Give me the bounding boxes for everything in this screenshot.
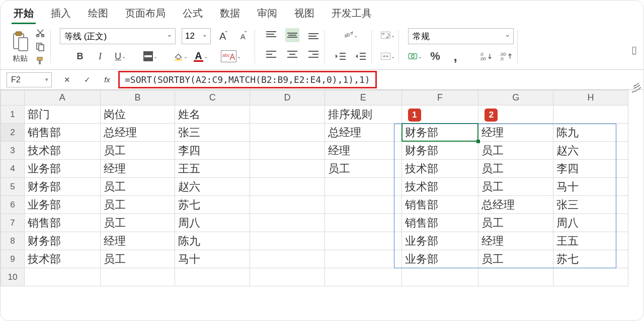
- cell-G9[interactable]: 员工: [478, 250, 553, 268]
- cell-D3[interactable]: [250, 142, 325, 160]
- select-all-corner[interactable]: [1, 90, 25, 105]
- name-box[interactable]: F2 ▾: [7, 72, 52, 87]
- formula-input[interactable]: =SORT(SORTBY(A2:C9,MATCH(B2:B9,E2:E4,0),…: [118, 71, 377, 88]
- cell-C10[interactable]: [175, 268, 250, 286]
- cell-D1[interactable]: [250, 105, 325, 124]
- cell-C2[interactable]: 张三: [175, 124, 250, 142]
- cell-B7[interactable]: 员工: [100, 214, 175, 232]
- cell-G1[interactable]: 2: [478, 105, 553, 124]
- italic-button[interactable]: I: [93, 49, 107, 63]
- cell-H2[interactable]: 陈九: [553, 124, 628, 142]
- align-bottom-button[interactable]: [306, 28, 320, 42]
- cell-A3[interactable]: 技术部: [24, 142, 100, 160]
- cell-F8[interactable]: 业务部: [401, 232, 478, 250]
- row-header-5[interactable]: 5: [1, 178, 25, 196]
- row-header-4[interactable]: 4: [1, 160, 25, 178]
- cell-H5[interactable]: 马十: [553, 178, 628, 196]
- cell-F5[interactable]: 技术部: [401, 178, 478, 196]
- row-header-1[interactable]: 1: [1, 105, 25, 124]
- cell-E7[interactable]: [325, 214, 401, 232]
- align-center-button[interactable]: [285, 47, 299, 61]
- cell-H10[interactable]: [553, 268, 628, 286]
- enter-formula-button[interactable]: ✓: [81, 74, 93, 86]
- decrease-font-button[interactable]: Aˇ: [237, 29, 251, 43]
- currency-button[interactable]: ⌄: [408, 49, 422, 63]
- cell-E3[interactable]: 经理: [325, 142, 401, 160]
- decrease-decimal-button[interactable]: .00.0: [500, 49, 514, 63]
- number-format-select[interactable]: [408, 28, 514, 44]
- cell-B5[interactable]: 员工: [100, 178, 175, 196]
- cell-H3[interactable]: 赵六: [553, 142, 628, 160]
- cell-A9[interactable]: 技术部: [24, 250, 100, 268]
- tab-draw[interactable]: 绘图: [86, 5, 110, 24]
- cell-C3[interactable]: 李四: [175, 142, 250, 160]
- col-header-A[interactable]: A: [24, 90, 100, 105]
- cell-F9[interactable]: 业务部: [401, 250, 478, 268]
- font-name-select[interactable]: [60, 28, 176, 44]
- align-right-button[interactable]: [306, 47, 320, 61]
- cell-B9[interactable]: 员工: [100, 250, 175, 268]
- tab-pagelayout[interactable]: 页面布局: [123, 5, 168, 24]
- cell-F1[interactable]: 1: [401, 105, 478, 124]
- tab-data[interactable]: 数据: [218, 5, 242, 24]
- percent-button[interactable]: %: [428, 49, 442, 63]
- cell-G3[interactable]: 员工: [478, 142, 553, 160]
- cell-C7[interactable]: 周八: [175, 214, 250, 232]
- row-header-2[interactable]: 2: [1, 124, 25, 142]
- cell-E10[interactable]: [325, 268, 401, 286]
- cell-D10[interactable]: [250, 268, 325, 286]
- cell-D2[interactable]: [250, 124, 325, 142]
- cell-F4[interactable]: 技术部: [401, 160, 478, 178]
- fill-color-button[interactable]: ⌄: [174, 49, 188, 63]
- cell-E8[interactable]: [325, 232, 401, 250]
- cell-G2[interactable]: 经理: [478, 124, 553, 142]
- cell-G6[interactable]: 总经理: [478, 196, 553, 214]
- tab-view[interactable]: 视图: [292, 5, 316, 24]
- cell-G7[interactable]: 员工: [478, 214, 553, 232]
- format-painter-button[interactable]: [36, 56, 47, 65]
- font-size-select[interactable]: [182, 28, 211, 44]
- cell-B3[interactable]: 员工: [100, 142, 175, 160]
- cell-H8[interactable]: 王五: [553, 232, 628, 250]
- cell-B4[interactable]: 经理: [100, 160, 175, 178]
- increase-decimal-button[interactable]: .0.00: [479, 49, 494, 63]
- cut-button[interactable]: [36, 28, 47, 37]
- cell-C4[interactable]: 王五: [175, 160, 250, 178]
- cell-A10[interactable]: [24, 268, 100, 286]
- cell-F3[interactable]: 财务部: [401, 142, 478, 160]
- cell-B8[interactable]: 经理: [100, 232, 175, 250]
- col-header-G[interactable]: G: [478, 90, 553, 105]
- row-header-8[interactable]: 8: [1, 232, 25, 250]
- cell-C1[interactable]: 姓名: [175, 105, 250, 124]
- col-header-C[interactable]: C: [175, 90, 250, 105]
- cell-A4[interactable]: 业务部: [24, 160, 100, 178]
- col-header-F[interactable]: F: [401, 90, 478, 105]
- cell-C9[interactable]: 马十: [175, 250, 250, 268]
- cell-A1[interactable]: 部门: [24, 105, 100, 124]
- cell-F7[interactable]: 销售部: [401, 214, 478, 232]
- col-header-B[interactable]: B: [100, 90, 175, 105]
- cell-D9[interactable]: [250, 250, 325, 268]
- insert-function-button[interactable]: fx: [101, 74, 113, 86]
- row-header-7[interactable]: 7: [1, 214, 25, 232]
- cell-H6[interactable]: 张三: [553, 196, 628, 214]
- wrap-text-button[interactable]: ab⌄: [381, 28, 395, 42]
- paste-button[interactable]: 粘贴: [11, 31, 30, 63]
- cell-A2[interactable]: 销售部: [24, 124, 100, 142]
- cell-F10[interactable]: [401, 268, 478, 286]
- cell-H9[interactable]: 苏七: [553, 250, 628, 268]
- orientation-button[interactable]: ab⌄: [344, 28, 358, 42]
- tab-review[interactable]: 审阅: [255, 5, 279, 24]
- cell-D4[interactable]: [250, 160, 325, 178]
- fill-handle[interactable]: [476, 140, 480, 143]
- cell-D6[interactable]: [250, 196, 325, 214]
- tab-formulas[interactable]: 公式: [181, 5, 205, 24]
- cell-H4[interactable]: 李四: [553, 160, 628, 178]
- col-header-D[interactable]: D: [250, 90, 325, 105]
- cell-grid[interactable]: A B C D E F G H 1部门岗位姓名排序规则122销售部总经理张三总经…: [1, 90, 628, 286]
- increase-indent-button[interactable]: [354, 49, 368, 63]
- cell-C8[interactable]: 陈九: [175, 232, 250, 250]
- row-header-9[interactable]: 9: [1, 250, 25, 268]
- cell-E5[interactable]: [325, 178, 401, 196]
- comma-button[interactable]: ,: [448, 49, 462, 63]
